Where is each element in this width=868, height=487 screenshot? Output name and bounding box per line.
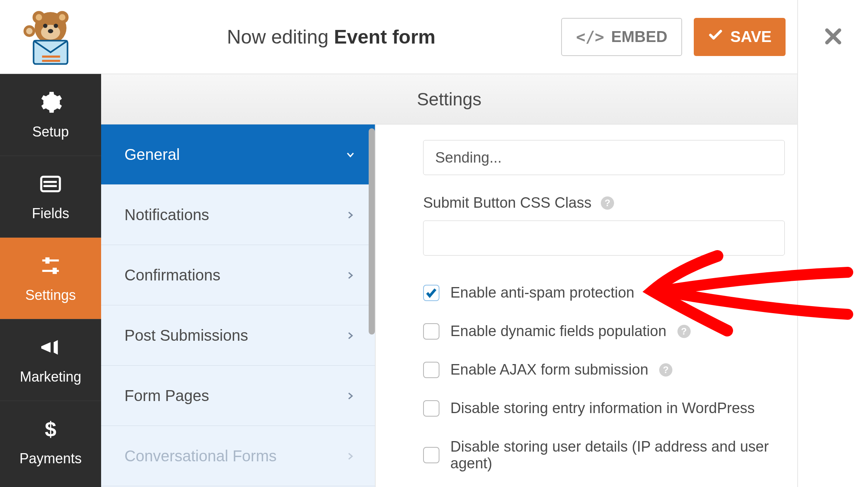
chevron-right-icon <box>345 206 355 224</box>
save-label: SAVE <box>730 28 772 46</box>
sidebar-item-fields[interactable]: Fields <box>0 156 101 237</box>
primary-sidebar: Setup Fields Settings Marketing $ Paymen… <box>0 74 101 487</box>
settings-menu-label: Post Submissions <box>124 327 248 344</box>
svg-point-7 <box>54 23 58 28</box>
chevron-right-icon <box>345 447 355 465</box>
settings-menu-label: Confirmations <box>124 266 220 284</box>
settings-menu-general[interactable]: General <box>101 124 375 185</box>
sidebar-item-payments[interactable]: $ Payments <box>0 401 101 482</box>
settings-menu-notifications[interactable]: Notifications <box>101 185 375 245</box>
embed-label: EMBED <box>611 28 667 46</box>
settings-menu-form-pages[interactable]: Form Pages <box>101 366 375 426</box>
scrollbar-thumb[interactable] <box>369 128 375 335</box>
chevron-right-icon <box>345 387 355 405</box>
checkbox-disable-entry[interactable] <box>423 400 439 417</box>
settings-panel-title: Settings <box>101 74 797 124</box>
sidebar-item-setup[interactable]: Setup <box>0 74 101 156</box>
help-icon[interactable]: ? <box>659 363 672 377</box>
svg-rect-22 <box>52 268 57 274</box>
form-name: Event form <box>334 26 436 48</box>
sidebar-item-label: Fields <box>32 205 69 222</box>
css-class-label: Submit Button CSS Class ? <box>423 194 778 211</box>
checkbox-row-antispam: Enable anti-spam protection <box>423 284 778 301</box>
sidebar-item-label: Marketing <box>20 369 81 385</box>
submit-processing-text-value: Sending... <box>435 149 502 166</box>
svg-point-4 <box>59 14 65 20</box>
svg-point-17 <box>43 181 45 183</box>
help-icon[interactable]: ? <box>601 196 614 210</box>
help-icon[interactable]: ? <box>677 325 691 338</box>
dollar-icon: $ <box>38 417 63 445</box>
sidebar-item-label: Payments <box>19 450 82 467</box>
settings-panel-title-text: Settings <box>417 89 481 110</box>
settings-menu-label: General <box>124 146 180 163</box>
editor-header: Now editing Event form </> EMBED SAVE <box>0 0 797 74</box>
header-actions: </> EMBED SAVE <box>561 18 797 56</box>
css-class-label-text: Submit Button CSS Class <box>423 194 592 211</box>
checkbox-row-dynamic-fields: Enable dynamic fields population ? <box>423 323 778 340</box>
checkbox-ajax[interactable] <box>423 362 439 378</box>
checkbox-row-ajax: Enable AJAX form submission ? <box>423 361 778 378</box>
checkbox-row-disable-user: Disable storing user details (IP address… <box>423 438 778 472</box>
svg-rect-14 <box>41 177 60 191</box>
sidebar-item-marketing[interactable]: Marketing <box>0 319 101 401</box>
settings-form-area: Sending... Submit Button CSS Class ? Ena… <box>375 124 797 487</box>
save-button[interactable]: SAVE <box>694 18 786 56</box>
svg-rect-20 <box>46 258 50 264</box>
checkbox-label: Enable anti-spam protection <box>450 284 634 301</box>
checkbox-dynamic-fields[interactable] <box>423 323 439 340</box>
svg-point-6 <box>43 23 47 28</box>
code-icon: </> <box>576 28 604 46</box>
checkbox-label: Enable dynamic fields population <box>450 323 667 340</box>
checkbox-label: Disable storing entry information in Wor… <box>450 400 755 417</box>
submit-processing-text-input[interactable]: Sending... <box>423 140 785 175</box>
check-icon <box>708 27 723 46</box>
checkbox-label: Disable storing user details (IP address… <box>450 438 778 472</box>
list-icon <box>38 172 63 200</box>
settings-submenu: General Notifications Confirmations Post… <box>101 124 375 487</box>
gear-icon <box>38 90 63 118</box>
checkbox-disable-user[interactable] <box>423 447 439 463</box>
settings-menu-post-submissions[interactable]: Post Submissions <box>101 305 375 366</box>
offscreen-strip <box>797 74 868 487</box>
checkbox-antispam[interactable] <box>423 285 439 301</box>
chevron-right-icon <box>345 266 355 284</box>
svg-point-10 <box>26 28 32 34</box>
close-button[interactable] <box>797 0 868 74</box>
sliders-icon <box>38 253 63 282</box>
svg-point-3 <box>36 14 42 20</box>
sidebar-item-settings[interactable]: Settings <box>0 237 101 319</box>
svg-point-8 <box>48 29 53 33</box>
embed-button[interactable]: </> EMBED <box>561 18 682 56</box>
close-icon <box>822 26 844 49</box>
sidebar-item-label: Setup <box>32 124 69 140</box>
settings-menu-label: Notifications <box>124 206 209 224</box>
svg-point-18 <box>43 185 45 187</box>
checkbox-label: Enable AJAX form submission <box>450 361 648 378</box>
checkbox-row-disable-entry: Disable storing entry information in Wor… <box>423 400 778 417</box>
settings-menu-confirmations[interactable]: Confirmations <box>101 245 375 305</box>
editing-prefix: Now editing <box>227 26 328 48</box>
settings-menu-label: Conversational Forms <box>124 447 276 465</box>
wpforms-logo <box>0 8 101 66</box>
chevron-right-icon <box>345 327 355 344</box>
css-class-input[interactable] <box>423 221 785 256</box>
sidebar-item-label: Settings <box>25 287 76 303</box>
chevron-down-icon <box>345 146 355 163</box>
editing-title: Now editing Event form <box>101 26 561 48</box>
settings-menu-conversational-forms[interactable]: Conversational Forms <box>101 426 375 486</box>
settings-menu-label: Form Pages <box>124 387 209 405</box>
svg-text:$: $ <box>45 418 56 441</box>
bullhorn-icon <box>38 335 63 363</box>
